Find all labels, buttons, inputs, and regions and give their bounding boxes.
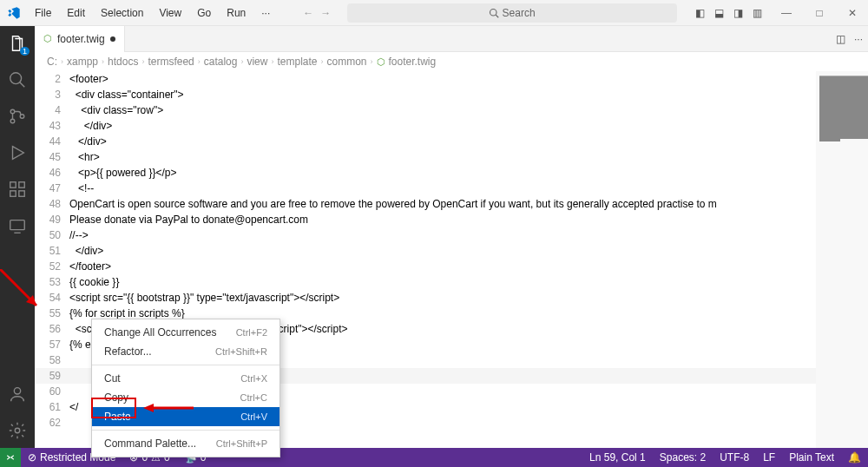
code-line[interactable]: 48OpenCart is open source software and y… <box>35 196 816 212</box>
menu-label: Change All Occurrences <box>104 326 216 339</box>
indentation-status[interactable]: Spaces: 2 <box>653 451 713 464</box>
search-activity-icon[interactable] <box>7 69 28 90</box>
code-line[interactable]: 2<footer> <box>35 71 816 87</box>
more-actions-icon[interactable]: ··· <box>854 33 863 45</box>
code-line[interactable]: 51 </div> <box>35 243 816 259</box>
menu-selection[interactable]: Selection <box>94 3 150 23</box>
breadcrumb-seg[interactable]: view <box>247 56 267 68</box>
context-menu-cut[interactable]: CutCtrl+X <box>92 369 279 388</box>
menu-shortcut: Ctrl+Shift+P <box>216 438 267 449</box>
code-line[interactable]: 49Please donate via PayPal to donate@ope… <box>35 212 816 227</box>
menu-label: Copy <box>104 391 128 404</box>
language-mode-status[interactable]: Plain Text <box>782 451 841 464</box>
menu-overflow[interactable]: ··· <box>254 3 277 23</box>
close-icon[interactable]: ✕ <box>837 0 868 26</box>
svg-marker-18 <box>143 404 154 412</box>
layout-customize-icon[interactable]: ▥ <box>750 7 764 19</box>
breadcrumb-seg[interactable]: termsfeed <box>148 56 194 68</box>
code-line[interactable]: 47 <!-- <box>35 181 816 196</box>
svg-point-4 <box>10 109 15 114</box>
chevron-right-icon: › <box>61 57 63 66</box>
layout-sidebar-right-icon[interactable]: ◨ <box>731 7 745 19</box>
code-line[interactable]: 54<script src="{{ bootstrap }}" type="te… <box>35 290 816 306</box>
menu-run[interactable]: Run <box>220 3 253 23</box>
menu-label: Cut <box>104 372 121 385</box>
chevron-right-icon: › <box>102 57 104 66</box>
code-line[interactable]: 3 <div class="container"> <box>35 87 816 102</box>
svg-line-3 <box>20 82 25 88</box>
twig-file-icon: ⬡ <box>43 33 52 44</box>
breadcrumb-bar[interactable]: C:› xampp› htdocs› termsfeed› catalog› v… <box>35 52 868 71</box>
code-line[interactable]: 45 <hr> <box>35 149 816 165</box>
chevron-right-icon: › <box>198 57 201 66</box>
code-line[interactable]: 50//--> <box>35 227 816 243</box>
layout-sidebar-left-icon[interactable]: ◧ <box>693 7 707 19</box>
activity-bar: 1 <box>0 26 35 448</box>
code-line[interactable]: 4 <div class="row"> <box>35 102 816 118</box>
breadcrumb-seg[interactable]: template <box>277 56 317 68</box>
account-icon[interactable] <box>7 384 28 405</box>
editor-tab-footer-twig[interactable]: ⬡ footer.twig <box>35 26 125 52</box>
settings-gear-icon[interactable] <box>7 420 28 441</box>
menu-file[interactable]: File <box>28 3 58 23</box>
menu-shortcut: Ctrl+V <box>240 411 267 422</box>
title-bar: File Edit Selection View Go Run ··· ← → … <box>0 0 868 26</box>
layout-controls: ◧ ⬓ ◨ ▥ <box>693 7 764 19</box>
svg-rect-8 <box>10 191 16 196</box>
menu-separator <box>92 430 279 431</box>
menu-bar: File Edit Selection View Go Run ··· <box>28 3 277 23</box>
explorer-icon[interactable]: 1 <box>7 33 28 54</box>
nav-arrows: ← → <box>303 7 331 19</box>
window-controls: — □ ✕ <box>771 0 868 26</box>
context-menu-refactor[interactable]: Refactor...Ctrl+Shift+R <box>92 342 279 361</box>
source-control-icon[interactable] <box>7 106 28 127</box>
eol-status[interactable]: LF <box>756 451 782 464</box>
menu-edit[interactable]: Edit <box>60 3 92 23</box>
breadcrumb-seg[interactable]: htdocs <box>108 56 138 68</box>
cursor-position-status[interactable]: Ln 59, Col 1 <box>582 451 653 464</box>
extensions-icon[interactable] <box>7 179 28 200</box>
menu-go[interactable]: Go <box>190 3 218 23</box>
editor-tabs: ⬡ footer.twig ◫ ··· <box>35 26 868 52</box>
svg-rect-7 <box>10 182 16 187</box>
breadcrumb-seg[interactable]: footer.twig <box>389 56 437 68</box>
context-menu-command-palette[interactable]: Command Palette...Ctrl+Shift+P <box>92 434 279 453</box>
tab-filename: footer.twig <box>57 33 105 45</box>
notifications-icon[interactable]: 🔔 <box>841 451 868 464</box>
nav-back-icon[interactable]: ← <box>303 7 313 19</box>
svg-point-0 <box>490 9 496 16</box>
code-line[interactable]: 43 </div> <box>35 118 816 134</box>
encoding-status[interactable]: UTF-8 <box>713 451 756 464</box>
remote-status-button[interactable] <box>0 448 21 467</box>
menu-label: Command Palette... <box>104 437 196 450</box>
menu-view[interactable]: View <box>152 3 188 23</box>
chevron-right-icon: › <box>141 57 144 66</box>
editor-context-menu: Change All OccurrencesCtrl+F2Refactor...… <box>91 319 280 457</box>
chevron-right-icon: › <box>240 57 243 66</box>
svg-point-13 <box>14 388 20 394</box>
svg-rect-10 <box>19 182 24 187</box>
breadcrumb-seg[interactable]: common <box>327 56 367 68</box>
annotation-arrow-icon <box>143 399 195 417</box>
code-line[interactable]: 53{{ cookie }} <box>35 274 816 290</box>
code-line[interactable]: 44 </div> <box>35 134 816 149</box>
maximize-icon[interactable]: □ <box>804 0 835 26</box>
svg-rect-9 <box>19 191 24 196</box>
menu-label: Paste <box>104 411 131 423</box>
nav-forward-icon[interactable]: → <box>320 7 331 19</box>
layout-panel-icon[interactable]: ⬓ <box>712 7 726 19</box>
code-line[interactable]: 46 <p>{{ powered }}</p> <box>35 165 816 181</box>
context-menu-change-all-occurrences[interactable]: Change All OccurrencesCtrl+F2 <box>92 323 279 342</box>
command-center-search[interactable]: Search <box>347 3 677 23</box>
breadcrumb-seg[interactable]: catalog <box>204 56 238 68</box>
split-editor-icon[interactable]: ◫ <box>836 33 845 45</box>
svg-point-14 <box>15 428 20 433</box>
run-debug-icon[interactable] <box>7 142 28 163</box>
breadcrumb-seg[interactable]: xampp <box>67 56 98 68</box>
minimap[interactable]: ▬▬▬▬▬▬▬▬ ▬▬▬▬▬▬▬▬▬▬▬▬ ▬▬▬▬▬▬▬▬▬▬ ▬▬▬▬▬▬▬… <box>816 71 868 448</box>
code-line[interactable]: 52</footer> <box>35 259 816 274</box>
minimize-icon[interactable]: — <box>771 0 802 26</box>
remote-icon[interactable] <box>7 215 28 236</box>
menu-shortcut: Ctrl+Shift+R <box>215 346 267 357</box>
breadcrumb-seg[interactable]: C: <box>47 56 57 68</box>
